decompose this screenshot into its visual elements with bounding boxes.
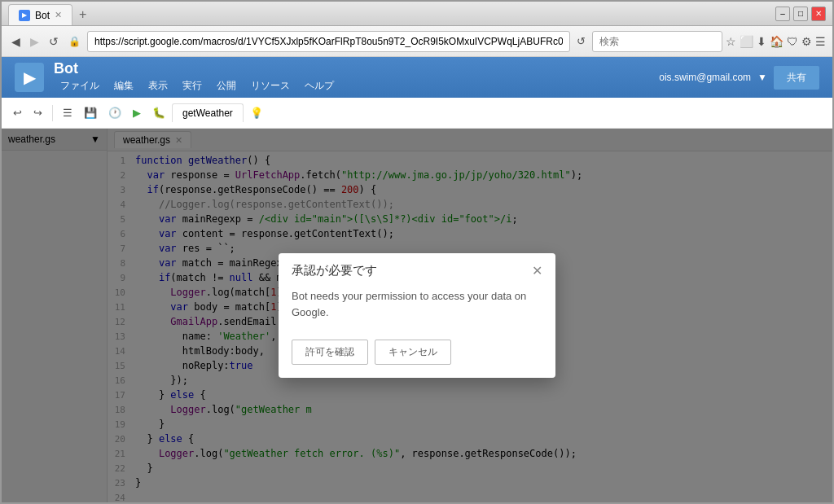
- back-button[interactable]: ◀: [8, 32, 24, 51]
- run-button[interactable]: ▶: [128, 103, 146, 122]
- forward-button[interactable]: ▶: [27, 32, 42, 51]
- download-icon[interactable]: ⬇: [757, 35, 766, 48]
- shield-icon[interactable]: 🛡: [787, 35, 798, 48]
- modal-body: Bot needs your permission to access your…: [279, 285, 555, 333]
- toolbar: ↩ ↪ ☰ 💾 🕐 ▶ 🐛 getWeather 💡: [2, 98, 832, 129]
- user-email: ois.swim@gmail.com: [659, 72, 751, 83]
- house-icon[interactable]: 🏠: [770, 35, 784, 48]
- new-tab-button[interactable]: +: [72, 4, 93, 25]
- home-button[interactable]: ↺: [46, 32, 62, 51]
- minimize-button[interactable]: –: [775, 7, 790, 21]
- modal-close-button[interactable]: ✕: [532, 263, 542, 278]
- title-bar: Bot ✕ + – □ ✕: [2, 2, 832, 26]
- ssl-lock-icon: 🔒: [68, 36, 81, 47]
- tab-close-button[interactable]: ✕: [55, 10, 62, 20]
- debug-button[interactable]: 🐛: [147, 103, 170, 122]
- app-header: ▶ Bot ファイル 編集 表示 実行 公開 リソース ヘルプ ois.swim…: [2, 57, 832, 98]
- menu-edit[interactable]: 編集: [108, 77, 140, 94]
- menu-help[interactable]: ヘルプ: [298, 77, 340, 94]
- browser-window: Bot ✕ + – □ ✕ ◀ ▶ ↺ 🔒 ↺ ☆ ⬜ ⬇ 🏠 🛡 ⚙ ☰: [0, 0, 834, 504]
- window-controls: – □ ✕: [775, 7, 826, 21]
- editor-area: weather.gs ▼ weather.gs ✕ 1 function get: [2, 129, 832, 502]
- function-name: getWeather: [182, 107, 233, 119]
- save-button[interactable]: 💾: [79, 103, 102, 122]
- close-button[interactable]: ✕: [811, 7, 826, 21]
- menu-run[interactable]: 実行: [176, 77, 208, 94]
- clock-button[interactable]: 🕐: [103, 103, 126, 122]
- function-tab[interactable]: getWeather: [172, 103, 244, 122]
- app-title-area: Bot ファイル 編集 表示 実行 公開 リソース ヘルプ: [54, 60, 649, 94]
- share-button[interactable]: 共有: [774, 66, 819, 90]
- modal-footer: 許可を確認 キャンセル: [279, 333, 555, 378]
- home-nav-icon[interactable]: ⬜: [740, 35, 753, 48]
- cancel-button[interactable]: キャンセル: [375, 340, 451, 365]
- modal-header: 承認が必要です ✕: [279, 253, 555, 285]
- maximize-button[interactable]: □: [793, 7, 808, 21]
- refresh-button[interactable]: ↺: [573, 32, 589, 50]
- nav-bar: ◀ ▶ ↺ 🔒 ↺ ☆ ⬜ ⬇ 🏠 🛡 ⚙ ☰: [2, 26, 832, 57]
- user-area: ois.swim@gmail.com ▼ 共有: [659, 66, 819, 90]
- list-button[interactable]: ☰: [58, 103, 77, 122]
- separator-1: [52, 105, 53, 121]
- app-logo: ▶: [15, 63, 44, 92]
- user-dropdown-icon: ▼: [757, 72, 767, 83]
- app-menu: ファイル 編集 表示 実行 公開 リソース ヘルプ: [54, 77, 649, 94]
- settings-icon[interactable]: ⚙: [801, 35, 812, 48]
- menu-view[interactable]: 表示: [142, 77, 174, 94]
- bookmark-icon[interactable]: ☆: [726, 35, 736, 48]
- tab-favicon: [19, 10, 30, 21]
- browser-tab-bot[interactable]: Bot ✕: [8, 4, 72, 25]
- menu-resources[interactable]: リソース: [244, 77, 296, 94]
- undo-button[interactable]: ↩: [8, 103, 27, 122]
- tab-title: Bot: [35, 10, 50, 21]
- modal-title: 承認が必要です: [292, 263, 377, 278]
- hint-button[interactable]: 💡: [245, 103, 268, 122]
- address-bar[interactable]: [87, 31, 570, 52]
- app-title: Bot: [54, 60, 649, 77]
- redo-button[interactable]: ↪: [29, 103, 47, 122]
- menu-file[interactable]: ファイル: [54, 77, 106, 94]
- nav-icons: ☆ ⬜ ⬇ 🏠 🛡 ⚙ ☰: [726, 35, 826, 48]
- app-area: ▶ Bot ファイル 編集 表示 実行 公開 リソース ヘルプ ois.swim…: [2, 57, 832, 502]
- tab-bar: Bot ✕ +: [8, 2, 769, 25]
- modal-dialog: 承認が必要です ✕ Bot needs your permission to a…: [279, 253, 555, 378]
- modal-overlay: 承認が必要です ✕ Bot needs your permission to a…: [2, 129, 832, 502]
- search-input[interactable]: [592, 31, 722, 52]
- confirm-button[interactable]: 許可を確認: [292, 340, 368, 365]
- menu-icon[interactable]: ☰: [815, 35, 826, 48]
- menu-publish[interactable]: 公開: [210, 77, 243, 94]
